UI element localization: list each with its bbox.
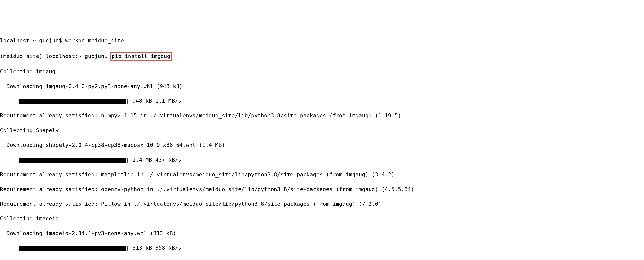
terminal-line: Collecting imgaug (0, 68, 644, 75)
progress-fill (20, 158, 126, 163)
progress-bar (20, 97, 126, 105)
progress-prefix: | (0, 245, 20, 251)
progress-fill (20, 99, 126, 104)
terminal-output[interactable]: localhost:~ guojun$ workon meiduo_site (… (0, 30, 644, 260)
progress-suffix: | 1.4 MB 437 kB/s (126, 157, 181, 163)
terminal-line: Downloading imgaug-0.4.0-py2.py3-none-an… (0, 83, 644, 90)
progress-bar (20, 244, 126, 252)
terminal-line: Requirement already satisfied: Pillow in… (0, 200, 644, 208)
progress-fill (20, 246, 126, 251)
shell-prompt: localhost:~ guojun$ (0, 38, 65, 44)
terminal-line: Collecting scikit-image>=0.14.2 (0, 259, 644, 260)
terminal-line: || 1.4 MB 437 kB/s (0, 156, 644, 164)
shell-prompt: (meiduo_site) localhost:~ guojun$ (0, 53, 111, 59)
command-text: workon meiduo_site (65, 38, 124, 44)
terminal-line: Requirement already satisfied: matplotli… (0, 171, 644, 178)
terminal-line: Collecting Shapely (0, 127, 644, 134)
highlighted-command: pip install imgaug (110, 52, 171, 61)
progress-bar (20, 156, 126, 164)
progress-suffix: | 948 kB 1.1 MB/s (126, 98, 181, 104)
terminal-line: Downloading shapely-2.0.4-cp38-cp38-maco… (0, 141, 644, 149)
terminal-line: Downloading imageio-2.34.1-py3-none-any.… (0, 230, 644, 237)
terminal-line: localhost:~ guojun$ workon meiduo_site (0, 37, 644, 44)
progress-suffix: | 313 kB 358 kB/s (126, 245, 181, 251)
terminal-line: (meiduo_site) localhost:~ guojun$ pip in… (0, 52, 644, 61)
terminal-line: || 313 kB 358 kB/s (0, 244, 644, 252)
progress-prefix: | (0, 98, 20, 104)
terminal-line: || 948 kB 1.1 MB/s (0, 97, 644, 105)
terminal-line: Requirement already satisfied: opencv-py… (0, 186, 644, 193)
command-text: pip install imgaug (112, 53, 170, 59)
progress-prefix: | (0, 157, 20, 163)
terminal-line: Collecting imageio (0, 215, 644, 222)
terminal-line: Requirement already satisfied: numpy>=1.… (0, 112, 644, 119)
